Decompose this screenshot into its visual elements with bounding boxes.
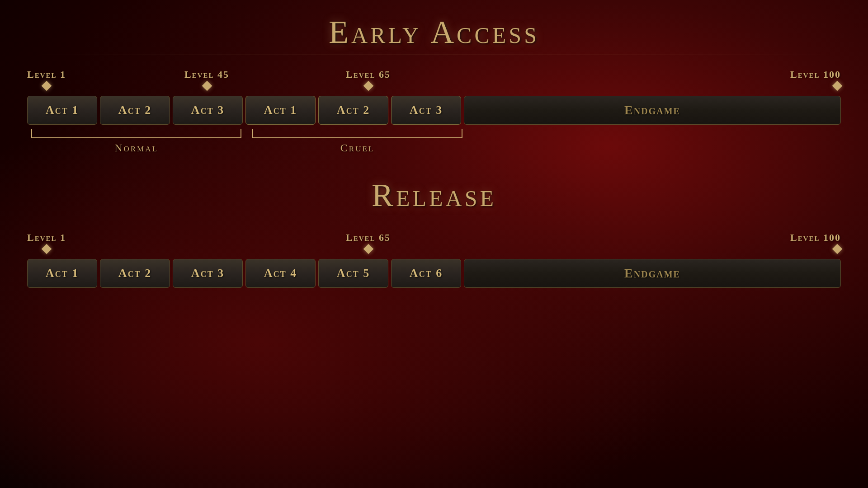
release-act4[interactable]: Act 4 [245, 259, 316, 288]
diamond-icon-ea-45 [202, 81, 212, 91]
release-level-1: Level 1 [27, 232, 66, 253]
normal-label: Normal [114, 142, 158, 154]
ea-normal-act1[interactable]: Act 1 [27, 96, 97, 125]
ea-brackets: Normal Cruel [27, 127, 841, 154]
early-access-section: Early Access Level 1 Level 45 Level 65 L… [27, 14, 841, 154]
ea-normal-group: Act 1 Act 2 Act 3 [27, 96, 243, 125]
ea-level-45: Level 45 [184, 69, 229, 89]
diamond-icon-ea-100 [832, 81, 843, 91]
ea-levels-row: Level 1 Level 45 Level 65 Level 100 [27, 69, 841, 94]
diamond-icon-r-100 [832, 244, 843, 254]
release-act6[interactable]: Act 6 [391, 259, 461, 288]
ea-cruel-act3[interactable]: Act 3 [391, 96, 461, 125]
release-act1[interactable]: Act 1 [27, 259, 97, 288]
diamond-icon-r-1 [42, 244, 52, 254]
release-acts-row: Act 1 Act 2 Act 3 Act 4 Act 5 Act 6 Endg… [27, 259, 841, 288]
release-section: Release Level 1 Level 65 Level 100 Act [27, 177, 841, 288]
ea-cruel-act2[interactable]: Act 2 [318, 96, 388, 125]
release-endgame[interactable]: Endgame [464, 259, 841, 288]
release-act5[interactable]: Act 5 [318, 259, 388, 288]
ea-level-65: Level 65 [346, 69, 391, 89]
ea-normal-act3[interactable]: Act 3 [173, 96, 243, 125]
diamond-icon-ea-1 [42, 81, 52, 91]
release-title: Release [372, 177, 496, 214]
ea-endgame[interactable]: Endgame [464, 96, 841, 125]
ea-cruel-group: Act 1 Act 2 Act 3 [245, 96, 461, 125]
ea-level-100: Level 100 [790, 69, 841, 89]
ea-cruel-act1[interactable]: Act 1 [245, 96, 316, 125]
release-levels-row: Level 1 Level 65 Level 100 [27, 232, 841, 257]
release-divider [27, 218, 841, 218]
ea-level-1: Level 1 [27, 69, 66, 89]
early-access-title: Early Access [329, 14, 539, 51]
release-level-100: Level 100 [790, 232, 841, 253]
diamond-icon-r-65 [363, 244, 373, 254]
ea-normal-act2[interactable]: Act 2 [100, 96, 170, 125]
normal-bracket-svg [27, 127, 245, 140]
cruel-bracket-svg [248, 127, 467, 140]
ea-acts-row: Act 1 Act 2 Act 3 Act 1 Act 2 Act 3 [27, 96, 841, 125]
release-level-65: Level 65 [346, 232, 391, 253]
normal-bracket-group: Normal [27, 127, 245, 154]
release-act2[interactable]: Act 2 [100, 259, 170, 288]
cruel-bracket-group: Cruel [248, 127, 467, 154]
diamond-icon-ea-65 [363, 81, 373, 91]
ea-divider [27, 55, 841, 55]
cruel-label: Cruel [340, 142, 374, 154]
release-act3[interactable]: Act 3 [173, 259, 243, 288]
